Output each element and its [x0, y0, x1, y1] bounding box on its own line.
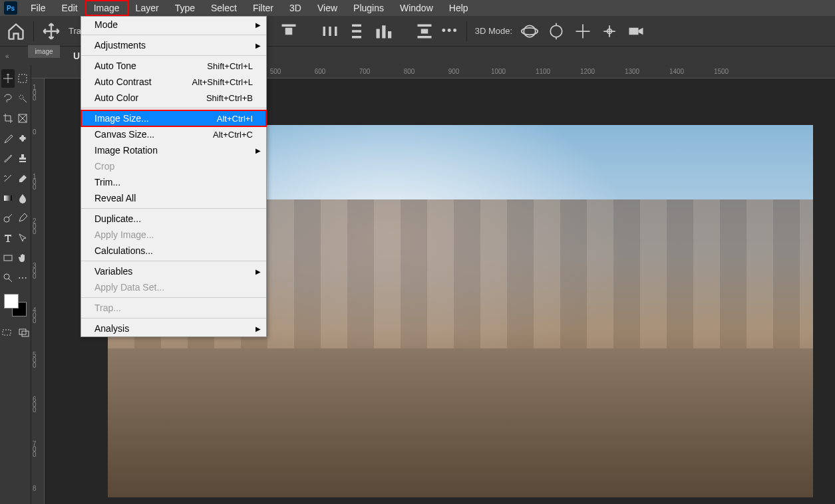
menu-item-image-rotation[interactable]: Image Rotation▶: [81, 142, 266, 158]
hand-tool[interactable]: [16, 249, 29, 267]
menu-item-calculations[interactable]: Calculations...: [81, 243, 266, 259]
menu-file[interactable]: File: [23, 1, 54, 15]
foreground-color[interactable]: [4, 294, 19, 309]
svg-rect-8: [323, 27, 325, 36]
image-menu-dropdown: Mode▶Adjustments▶Auto ToneShift+Ctrl+LAu…: [81, 16, 267, 337]
menu-item-variables[interactable]: Variables▶: [81, 263, 266, 279]
svg-rect-7: [285, 27, 293, 35]
align-top-icon[interactable]: [279, 22, 298, 41]
svg-rect-9: [329, 27, 331, 36]
quick-mask-icon[interactable]: [0, 323, 13, 342]
eraser-tool[interactable]: [16, 169, 29, 188]
ruler-tick: 1000: [491, 68, 506, 75]
menu-item-trim[interactable]: Trim...: [81, 174, 266, 190]
submenu-arrow-icon: ▶: [255, 42, 261, 49]
menu-item-auto-color[interactable]: Auto ColorShift+Ctrl+B: [81, 90, 266, 106]
svg-rect-30: [19, 161, 26, 162]
pen-tool[interactable]: [16, 209, 29, 227]
svg-rect-33: [4, 255, 12, 261]
eyedropper-tool[interactable]: [1, 129, 15, 148]
submenu-arrow-icon: ▶: [255, 147, 261, 154]
frame-tool[interactable]: [16, 109, 29, 128]
move-tool[interactable]: [1, 69, 15, 88]
path-select-tool[interactable]: [16, 229, 29, 247]
menu-plugins[interactable]: Plugins: [345, 1, 392, 15]
quick-select-tool[interactable]: [16, 89, 29, 108]
lasso-tool[interactable]: [1, 89, 15, 108]
stamp-tool[interactable]: [16, 149, 29, 168]
svg-rect-14: [376, 29, 379, 38]
ruler-tick: 8: [33, 486, 36, 491]
menu-filter[interactable]: Filter: [245, 1, 281, 15]
menu-view[interactable]: View: [309, 1, 345, 15]
color-swatches[interactable]: [4, 294, 27, 316]
svg-rect-24: [629, 27, 639, 35]
menu-item-reveal-all[interactable]: Reveal All: [81, 190, 266, 206]
slide-icon[interactable]: [600, 22, 619, 41]
ruler-tick: 1500: [714, 68, 729, 75]
menu-3d[interactable]: 3D: [281, 1, 309, 15]
menu-separator: [81, 208, 266, 209]
healing-tool[interactable]: [16, 129, 29, 148]
orbit-icon[interactable]: [520, 22, 539, 41]
distribute-icon[interactable]: [374, 22, 393, 41]
tabs-chevron-icon[interactable]: «: [5, 53, 9, 60]
menu-image[interactable]: Image: [86, 1, 128, 15]
tools-panel: ⋯: [0, 65, 31, 504]
menu-item-adjustments[interactable]: Adjustments▶: [81, 37, 266, 53]
menu-select[interactable]: Select: [203, 1, 245, 15]
menu-item-duplicate[interactable]: Duplicate...: [81, 211, 266, 227]
camera-icon[interactable]: [627, 22, 645, 41]
brush-tool[interactable]: [1, 149, 15, 168]
home-icon[interactable]: [7, 22, 25, 41]
svg-rect-36: [19, 329, 26, 334]
blur-tool[interactable]: [16, 189, 29, 207]
svg-rect-29: [21, 135, 24, 142]
svg-point-32: [4, 217, 9, 222]
align-to-icon[interactable]: [415, 22, 434, 41]
gradient-tool[interactable]: [1, 189, 15, 207]
crop-tool[interactable]: [1, 109, 15, 128]
more-options-icon[interactable]: •••: [442, 24, 458, 38]
menu-edit[interactable]: Edit: [54, 1, 86, 15]
submenu-arrow-icon: ▶: [255, 325, 261, 332]
svg-point-26: [19, 95, 23, 99]
pan-icon[interactable]: [574, 22, 592, 41]
menu-help[interactable]: Help: [441, 1, 476, 15]
marquee-tool[interactable]: [16, 69, 29, 88]
ruler-tick: 600: [33, 397, 36, 413]
svg-rect-19: [421, 29, 428, 33]
tab-title[interactable]: U: [73, 51, 80, 61]
menu-item-image-size[interactable]: Image Size...Alt+Ctrl+I: [81, 110, 266, 126]
roll-icon[interactable]: [547, 22, 566, 41]
distribute-h-icon[interactable]: [321, 22, 339, 41]
dodge-tool[interactable]: [1, 209, 15, 227]
type-tool[interactable]: [1, 229, 15, 247]
menu-item-mode[interactable]: Mode▶: [81, 17, 266, 33]
doc-label: image: [28, 45, 60, 58]
menu-item-auto-contrast[interactable]: Auto ContrastAlt+Shift+Ctrl+L: [81, 74, 266, 90]
menu-item-canvas-size[interactable]: Canvas Size...Alt+Ctrl+C: [81, 126, 266, 142]
menu-item-analysis[interactable]: Analysis▶: [81, 320, 266, 336]
edit-toolbar[interactable]: ⋯: [16, 269, 29, 287]
menu-window[interactable]: Window: [392, 1, 441, 15]
app-icon: Ps: [4, 1, 17, 15]
history-brush-tool[interactable]: [1, 169, 15, 188]
menu-layer[interactable]: Layer: [128, 1, 167, 15]
rectangle-tool[interactable]: [1, 249, 15, 267]
svg-rect-10: [335, 27, 337, 36]
ruler-tick: 700: [33, 441, 36, 457]
mode-label: 3D Mode:: [475, 26, 512, 36]
menu-type[interactable]: Type: [167, 1, 203, 15]
svg-rect-25: [19, 74, 27, 82]
ruler-tick: 1100: [536, 68, 550, 75]
menu-item-auto-tone[interactable]: Auto ToneShift+Ctrl+L: [81, 58, 266, 74]
ruler-tick: 200: [33, 219, 36, 235]
ruler-tick: 300: [33, 263, 36, 279]
svg-rect-16: [388, 31, 391, 39]
screen-mode-icon[interactable]: [17, 323, 31, 342]
ruler-tick: 600: [315, 68, 326, 75]
zoom-tool[interactable]: [1, 269, 15, 287]
move-tool-icon[interactable]: [42, 22, 61, 41]
distribute-v-icon[interactable]: [347, 22, 366, 41]
